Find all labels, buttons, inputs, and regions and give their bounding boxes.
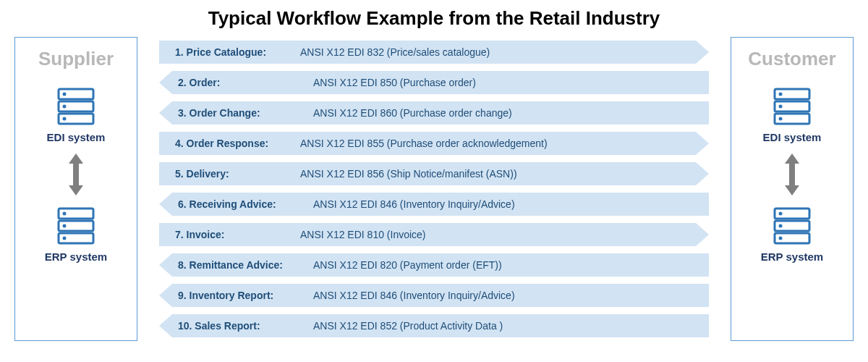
svg-point-17: [779, 105, 783, 109]
svg-point-16: [779, 93, 783, 96]
flow-arrow-bar: 10. Sales Report:ANSI X12 EDI 852 (Produ…: [172, 314, 709, 337]
flow-description: ANSI X12 EDI 832 (Price/sales catalogue): [300, 46, 696, 58]
svg-point-11: [62, 224, 66, 228]
flow-arrow-bar: 2. Order:ANSI X12 EDI 850 (Purchase orde…: [172, 71, 709, 94]
supplier-edi-label: EDI system: [47, 131, 106, 143]
flow-description: ANSI X12 EDI 852 (Product Activity Data …: [313, 320, 709, 332]
bidirectional-arrow-icon: [781, 152, 803, 197]
flow-arrow: 7. Invoice:ANSI X12 EDI 810 (Invoice): [159, 223, 709, 246]
flow-arrow-bar: 7. Invoice:ANSI X12 EDI 810 (Invoice): [159, 223, 696, 246]
diagram-title: Typical Workflow Example from the Retail…: [0, 0, 868, 30]
arrow-left-icon: [159, 314, 172, 337]
flow-description: ANSI X12 EDI 810 (Invoice): [300, 229, 696, 240]
flow-arrow: 1. Price Catalogue:ANSI X12 EDI 832 (Pri…: [159, 41, 709, 64]
flow-arrow: 4. Order Response:ANSI X12 EDI 855 (Purc…: [159, 132, 709, 155]
flow-arrow-bar: 5. Delivery:ANSI X12 EDI 856 (Ship Notic…: [159, 162, 696, 185]
supplier-heading: Supplier: [38, 48, 114, 70]
flow-label: 3. Order Change:: [172, 107, 313, 119]
flow-arrow-bar: 6. Receiving Advice:ANSI X12 EDI 846 (In…: [172, 193, 709, 216]
arrow-left-icon: [159, 253, 172, 277]
svg-point-3: [63, 93, 67, 96]
svg-point-24: [778, 224, 782, 228]
flow-label: 9. Inventory Report:: [172, 290, 313, 301]
flow-description: ANSI X12 EDI 846 (Inventory Inquiry/Advi…: [313, 290, 709, 301]
flow-arrow: 5. Delivery:ANSI X12 EDI 856 (Ship Notic…: [159, 162, 709, 185]
arrow-right-icon: [696, 41, 709, 64]
flow-arrow: 9. Inventory Report:ANSI X12 EDI 846 (In…: [159, 284, 709, 307]
arrow-left-icon: [159, 284, 172, 307]
flow-label: 1. Price Catalogue:: [159, 46, 300, 58]
supplier-box: Supplier EDI system: [14, 37, 137, 341]
server-icon: [54, 206, 98, 246]
flow-arrow-bar: 3. Order Change:ANSI X12 EDI 860 (Purcha…: [172, 101, 709, 125]
svg-point-23: [778, 212, 782, 216]
customer-erp-block: ERP system: [761, 206, 823, 263]
flow-description: ANSI X12 EDI 850 (Purchase order): [313, 77, 709, 88]
bidirectional-arrow-icon: [65, 152, 87, 197]
svg-point-4: [63, 105, 67, 109]
arrow-left-icon: [159, 101, 172, 125]
flow-description: ANSI X12 EDI 856 (Ship Notice/manifest (…: [300, 168, 696, 180]
svg-point-12: [62, 237, 66, 240]
flow-description: ANSI X12 EDI 855 (Purchase order acknowl…: [300, 138, 696, 149]
customer-heading: Customer: [748, 48, 835, 70]
flow-label: 10. Sales Report:: [172, 320, 313, 332]
flow-label: 4. Order Response:: [159, 138, 300, 149]
flow-label: 6. Receiving Advice:: [172, 198, 313, 210]
flow-label: 7. Invoice:: [159, 229, 300, 240]
svg-marker-6: [69, 153, 83, 195]
svg-point-10: [62, 212, 66, 216]
arrow-right-icon: [696, 132, 709, 155]
customer-erp-label: ERP system: [761, 251, 823, 263]
flow-arrow: 2. Order:ANSI X12 EDI 850 (Purchase orde…: [159, 71, 709, 94]
flow-arrow-bar: 1. Price Catalogue:ANSI X12 EDI 832 (Pri…: [159, 41, 696, 64]
supplier-erp-label: ERP system: [45, 251, 107, 263]
server-icon: [770, 86, 814, 127]
flow-description: ANSI X12 EDI 860 (Purchase order change): [313, 107, 709, 119]
arrow-left-icon: [159, 71, 172, 94]
server-icon: [770, 206, 814, 246]
arrow-right-icon: [696, 162, 709, 185]
flow-description: ANSI X12 EDI 846 (Inventory Inquiry/Advi…: [313, 198, 709, 210]
customer-box: Customer EDI system: [731, 37, 854, 341]
arrow-right-icon: [696, 223, 709, 246]
flow-arrow-bar: 4. Order Response:ANSI X12 EDI 855 (Purc…: [159, 132, 696, 155]
flows-column: 1. Price Catalogue:ANSI X12 EDI 832 (Pri…: [159, 37, 709, 341]
svg-point-5: [63, 117, 67, 121]
svg-point-18: [779, 117, 783, 121]
server-icon: [54, 86, 98, 127]
flow-label: 2. Order:: [172, 77, 313, 88]
customer-edi-label: EDI system: [763, 131, 822, 143]
flow-arrow: 6. Receiving Advice:ANSI X12 EDI 846 (In…: [159, 193, 709, 216]
supplier-edi-block: EDI system: [47, 86, 106, 143]
flow-label: 5. Delivery:: [159, 168, 300, 180]
svg-marker-19: [785, 153, 799, 195]
flow-arrow: 3. Order Change:ANSI X12 EDI 860 (Purcha…: [159, 101, 709, 125]
flow-arrow: 8. Remittance Advice:ANSI X12 EDI 820 (P…: [159, 253, 709, 277]
flow-arrow-bar: 9. Inventory Report:ANSI X12 EDI 846 (In…: [172, 284, 709, 307]
flow-arrow-bar: 8. Remittance Advice:ANSI X12 EDI 820 (P…: [172, 253, 709, 277]
flow-arrow: 10. Sales Report:ANSI X12 EDI 852 (Produ…: [159, 314, 709, 337]
flow-label: 8. Remittance Advice:: [172, 259, 313, 271]
supplier-erp-block: ERP system: [45, 206, 107, 263]
arrow-left-icon: [159, 193, 172, 216]
flow-description: ANSI X12 EDI 820 (Payment order (EFT)): [313, 259, 709, 271]
customer-edi-block: EDI system: [763, 86, 822, 143]
svg-point-25: [778, 237, 782, 240]
